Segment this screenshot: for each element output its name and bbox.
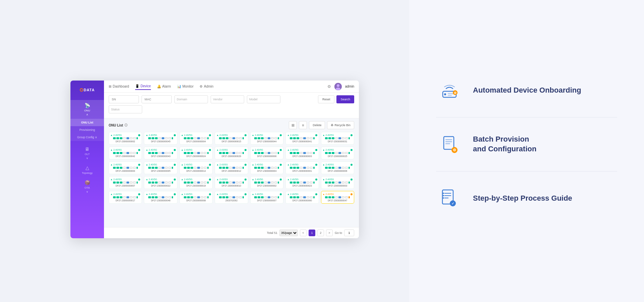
device-card[interactable]: ▲ 2.43/5G DF27-23000000015 [215,132,248,145]
port-7 [274,137,277,139]
port-1 [254,167,257,169]
sidebar-item-topology[interactable]: △ Topology [70,162,104,177]
device-card-header: ▲ 2.40/5G [146,178,175,181]
device-card[interactable]: ▲ 2.40/5G DF27-23030000019 [179,176,213,189]
device-card[interactable]: ▲ 2.43/5G DF27-23000000029 [215,147,248,159]
port-indicator [278,137,279,139]
device-card[interactable]: ▲ 2.40/5G DF27-23000000003 [109,161,142,174]
nav-alarm[interactable]: 🔔 Alarm [157,83,171,90]
domain-select[interactable]: Domain [174,95,208,103]
device-card[interactable]: ▲ 2.40/5G DF27-23000000002 [250,176,283,189]
device-card[interactable]: ▲ 2.40/5G DF27-23000000007 [250,191,283,204]
port-3 [226,196,228,198]
port-1 [184,152,186,154]
settings-icon[interactable]: ⚙ [327,84,331,89]
device-card[interactable]: ▲ 2.43/5G 2503702002 [215,191,248,204]
list-view-btn[interactable]: ≡ [299,121,307,129]
device-card[interactable]: ▲ 2.40/5G DF27-23000000002 [109,132,142,145]
status-select[interactable]: Status [109,105,142,113]
device-card[interactable]: ▲ 2.40/5G DF27-23000000004 [250,161,283,174]
nav-dashboard[interactable]: ⊞ Dashboard [109,83,129,90]
sidebar-item-olt[interactable]: 🖥 OLT ∨ [70,144,104,162]
device-card[interactable]: ▲ 2.40/5G DF27-23000000044 [250,132,283,145]
port-6 [130,182,132,184]
nav-device[interactable]: 📱 Device [135,83,151,90]
port-5 [268,196,270,198]
device-card[interactable]: ▲ 2.40/5G DF27-23000000003 [285,147,319,159]
delete-button[interactable]: Delete [309,121,325,129]
device-card[interactable]: ▲ 2.40/5G DF27-23030000008 [179,191,213,204]
device-card[interactable]: ▲ 2.40/5G DF27-23030000022 [144,176,177,189]
model-select[interactable]: Model [247,95,280,103]
mac-input[interactable] [142,95,172,103]
signal-label: ▲ 2.40/5G [146,193,157,195]
device-card[interactable]: ▲ 2.40/5G DF27-23030000046 [144,191,177,204]
device-card[interactable]: ▲ 2.40/5G DF27-23000000042 [109,147,142,159]
wifi-signal-icon: ▲ [146,178,148,181]
device-card[interactable]: ▲ 2.40/5G DF27-23000000007 [109,176,142,189]
page-1-btn[interactable]: 1 [309,230,315,236]
vendor-select[interactable]: Vendor [211,95,244,103]
port-indicator [348,182,350,184]
port-6 [201,182,203,184]
device-card[interactable]: ▲ 2.40/5G DF27-23000000001 [285,161,319,174]
reset-button[interactable]: Reset [318,95,335,103]
device-card[interactable]: ▲ 2.40/5G DF27-23030000014 [179,161,213,174]
signal-label: ▲ 2.40/5G [146,134,157,136]
port-1 [290,137,292,139]
feature-batch-label: Batch Provisionand Configuration [473,135,536,154]
per-page-select[interactable]: 35/page [279,230,298,236]
status-dot [138,149,140,151]
port-7 [168,152,171,154]
device-icon: 📱 [135,84,139,88]
port-7 [168,196,171,198]
sn-input[interactable] [109,95,139,103]
device-card[interactable]: ▲ 2.40/5G DF27-23000000006 [321,161,354,174]
device-card[interactable]: ▲ 2.40/5G DF27-23000000025 [321,147,354,159]
device-card[interactable]: ▲ 2.40/5G DF27-23030000024 [179,147,213,159]
port-indicator [243,196,244,198]
device-name: DF27-23000000006 [252,155,282,157]
device-name: DF27-23000000007 [252,199,282,202]
nav-admin[interactable]: ⚙ Admin [200,83,213,90]
sidebar-group-config[interactable]: Group Config ∨ [70,134,104,141]
port-5 [268,152,270,154]
search-button[interactable]: Search [336,95,354,103]
device-card[interactable]: ▲ 2.40/5G DF27-23000000006 [250,147,283,159]
sidebar-onu-list[interactable]: ONU List [70,119,104,126]
wifi-signal-icon: ▲ [252,134,254,136]
device-card[interactable]: ▲ 2.40/5G DF27-23000000017 [109,191,142,204]
nav-monitor[interactable]: 📊 Monitor [177,83,194,90]
recycle-bin-button[interactable]: ♻ Recycle Bin [327,121,354,129]
port-indicator [207,137,209,139]
device-card[interactable]: ▲ 2.40/5G DF27-23030000005 [144,161,177,174]
dashboard-icon: ⊞ [109,85,111,88]
wifi-signal-icon: ▲ [216,178,219,181]
sidebar-item-onu[interactable]: 📡 ONU ∧ [70,100,104,119]
sidebar-provisioning[interactable]: Provisioning [70,126,104,134]
wifi-signal-icon: ▲ [181,193,183,195]
sidebar-item-ota[interactable]: 📦 OTA ∨ [70,177,104,196]
device-name: DF27-23000000002 [252,185,282,187]
sidebar-ota-label: OTA [85,186,90,189]
device-card[interactable]: ▲ 2.43/5G DF27-23000000010 [215,176,248,189]
port-4 [300,167,303,169]
device-card[interactable]: ▲ 2.40/5G DF27-23030000045 [144,132,177,145]
device-card[interactable]: ▲ 2.40/5G DF27-23000000041 [285,132,319,145]
device-card[interactable]: ▲ 2.40/5G DF27-23000000023 [285,176,319,189]
grid-view-btn[interactable]: ⊞ [289,121,297,129]
next-page-btn[interactable]: > [326,230,333,236]
port-3 [297,137,299,139]
device-card[interactable]: ▲ 2.40/5G DF27-23000000004 [179,132,213,145]
port-2 [222,196,225,198]
page-2-btn[interactable]: 2 [317,230,324,236]
device-card[interactable]: ▲ 2.43/5G DF27-23000000012 [215,161,248,174]
goto-input[interactable] [344,230,354,236]
device-card[interactable]: ▲ 2.40/5G DF27-23030000047 [321,191,354,204]
device-ports [252,196,282,198]
device-card[interactable]: ▲ 2.40/5G DF27-23000000003 [321,176,354,189]
prev-page-btn[interactable]: < [300,230,307,236]
device-card[interactable]: ▲ 2.40/5G DF27-23030000043 [144,147,177,159]
device-card[interactable]: ▲ 2.40/5G DF27-23030000031 [321,132,354,145]
device-card[interactable]: ▲ 2.40/5G DF27-23000000060 [285,191,319,204]
